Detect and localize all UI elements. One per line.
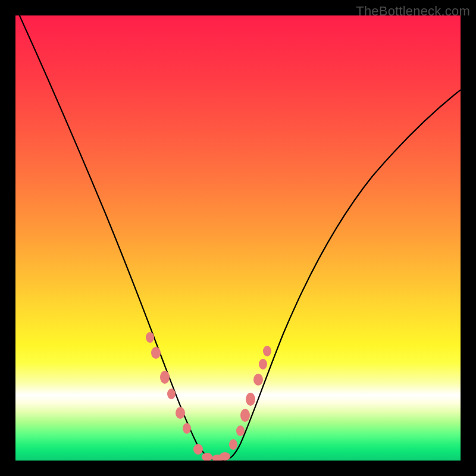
outer-frame: TheBottleneck.com <box>0 0 476 476</box>
gpu-marker <box>240 409 250 422</box>
watermark-text: TheBottleneck.com <box>356 4 470 19</box>
gpu-marker <box>183 423 191 434</box>
gpu-marker <box>202 453 212 461</box>
gpu-marker <box>193 444 203 455</box>
gpu-marker <box>146 332 154 343</box>
gpu-marker <box>151 347 161 359</box>
gpu-marker <box>253 374 263 386</box>
gpu-marker <box>263 346 271 356</box>
gpu-marker <box>167 389 176 399</box>
gpu-marker <box>246 393 255 406</box>
gpu-marker <box>259 359 267 369</box>
chart-svg <box>15 15 461 461</box>
plot-area <box>15 15 461 461</box>
gpu-marker <box>229 439 237 450</box>
gpu-marker <box>160 371 170 384</box>
bottleneck-curve <box>15 15 461 460</box>
gpu-marker <box>220 452 230 461</box>
gpu-marker <box>176 407 185 419</box>
gpu-marker-group <box>146 332 271 461</box>
gpu-marker <box>236 425 245 436</box>
